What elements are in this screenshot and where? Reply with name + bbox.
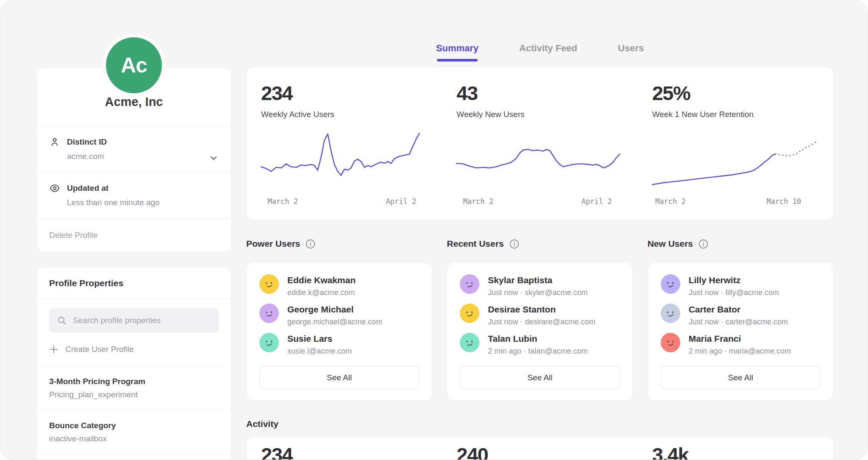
user-avatar bbox=[459, 273, 481, 295]
property-row-bounce-category[interactable]: Bounce Category inactive-mailbox bbox=[36, 410, 231, 454]
create-user-profile-label: Create User Profile bbox=[65, 345, 134, 354]
info-icon[interactable] bbox=[306, 239, 315, 249]
see-all-button[interactable]: See All bbox=[661, 366, 821, 390]
stat-label: Weekly New Users bbox=[456, 110, 623, 119]
user-row-talan-lubin[interactable]: Talan Lubin 2 min ago · talan@acme.com bbox=[460, 333, 620, 356]
user-row-maria-franci[interactable]: Maria Franci 2 min ago · maria@acme.com bbox=[661, 333, 821, 356]
user-avatar bbox=[459, 302, 481, 324]
main-area: SummaryActivity FeedUsers 234 Weekly Act… bbox=[246, 0, 834, 460]
user-avatar bbox=[459, 332, 481, 354]
x-tick: April 2 bbox=[581, 197, 612, 206]
search-icon bbox=[57, 315, 67, 326]
chevron-down-icon[interactable] bbox=[209, 153, 219, 163]
x-tick: March 10 bbox=[766, 197, 801, 206]
user-avatar bbox=[659, 332, 682, 354]
plus-icon bbox=[49, 345, 58, 354]
person-icon bbox=[49, 137, 60, 148]
create-user-profile-button[interactable]: Create User Profile bbox=[49, 345, 219, 354]
x-tick: March 2 bbox=[463, 197, 494, 206]
info-icon[interactable] bbox=[509, 239, 519, 249]
tab-activity-feed[interactable]: Activity Feed bbox=[519, 43, 577, 61]
activity-title: Activity bbox=[246, 419, 834, 429]
x-tick: April 2 bbox=[386, 197, 417, 206]
tab-bar: SummaryActivity FeedUsers bbox=[246, 43, 834, 61]
activity-stat-value: 240 bbox=[456, 445, 623, 460]
user-lists-row: Power Users Eddie Kwakman eddie.k@acme.c… bbox=[246, 237, 834, 401]
user-section-title: Power Users bbox=[246, 239, 300, 249]
stat-week-1-new-user-retention: 25% Week 1 New User Retention March 2Mar… bbox=[638, 83, 833, 208]
user-row-desirae-stanton[interactable]: Desirae Stanton Just now · desirare@acme… bbox=[460, 304, 620, 326]
delete-profile-button[interactable]: Delete Profile bbox=[36, 218, 231, 252]
sparkline-chart bbox=[456, 131, 623, 189]
user-section-title: Recent Users bbox=[447, 239, 504, 249]
identity-row-distinct-id: Distinct ID acme.com bbox=[36, 126, 231, 172]
user-avatar bbox=[659, 302, 682, 324]
user-section-power-users: Power Users Eddie Kwakman eddie.k@acme.c… bbox=[246, 237, 432, 401]
stat-weekly-new-users: 43 Weekly New Users March 2April 2 bbox=[442, 83, 637, 208]
sparkline-chart bbox=[261, 131, 428, 189]
user-row-carter-bator[interactable]: Carter Bator Just now · carter@acme.com bbox=[661, 304, 821, 326]
stat-value: 25% bbox=[652, 83, 819, 103]
x-tick: March 2 bbox=[267, 197, 298, 206]
x-tick: March 2 bbox=[655, 197, 686, 206]
user-row-lilly-herwitz[interactable]: Lilly Herwitz Just now · lilly@acme.com bbox=[661, 274, 821, 297]
eye-icon bbox=[49, 183, 60, 194]
stat-value: 234 bbox=[261, 83, 428, 103]
company-avatar-initials: Ac bbox=[106, 37, 162, 93]
activity-stat-value: 234 bbox=[261, 445, 428, 460]
user-row-eddie-kwakman[interactable]: Eddie Kwakman eddie.k@acme.com bbox=[259, 274, 419, 297]
activity-stat-value: 3.4k bbox=[652, 445, 819, 460]
tab-users[interactable]: Users bbox=[618, 43, 644, 61]
activity-stat-column: 234 bbox=[247, 445, 442, 460]
user-section-new-users: New Users Lilly Herwitz Just now · lilly… bbox=[648, 237, 834, 401]
company-avatar: Ac bbox=[102, 33, 166, 97]
x-axis-ticks: March 2April 2 bbox=[261, 196, 428, 208]
activity-stat-column: 3.4k bbox=[638, 445, 833, 460]
user-section-title: New Users bbox=[648, 239, 693, 249]
search-profile-properties[interactable] bbox=[49, 308, 219, 333]
stat-label: Week 1 New User Retention bbox=[652, 110, 819, 119]
user-avatar bbox=[258, 273, 280, 295]
user-row-susie-lars[interactable]: Susie Lars susie.l@acme.com bbox=[259, 333, 419, 356]
user-row-george-michael[interactable]: George Michael george.michael@acme.com bbox=[259, 304, 419, 326]
profile-properties-title: Profile Properties bbox=[36, 267, 231, 298]
stat-value: 43 bbox=[456, 83, 623, 103]
search-input[interactable] bbox=[73, 316, 211, 325]
x-axis-ticks: March 2April 2 bbox=[456, 196, 623, 208]
user-avatar bbox=[258, 302, 280, 324]
see-all-button[interactable]: See All bbox=[460, 366, 620, 390]
stat-weekly-active-users: 234 Weekly Active Users March 2April 2 bbox=[247, 83, 442, 208]
stat-label: Weekly Active Users bbox=[261, 110, 428, 119]
info-icon[interactable] bbox=[698, 239, 708, 249]
tab-summary[interactable]: Summary bbox=[436, 43, 479, 61]
profile-properties-card: Profile Properties Create User Profile 3… bbox=[36, 267, 232, 460]
user-avatar bbox=[258, 332, 280, 354]
profile-properties-body: Create User Profile bbox=[36, 298, 231, 366]
activity-card: 234 240 3.4k bbox=[246, 437, 834, 460]
user-row-skylar-baptista[interactable]: Skylar Baptista Just now · skyler@acme.c… bbox=[460, 274, 620, 297]
see-all-button[interactable]: See All bbox=[259, 366, 419, 390]
sparkline-chart bbox=[652, 131, 819, 189]
user-avatar bbox=[659, 273, 682, 295]
app-frame: Ac Acme, Inc Distinct ID acme.com Update… bbox=[0, 0, 868, 460]
property-row-3-month-pricing-program[interactable]: 3-Month Pricing Program Pricing_plan_exp… bbox=[36, 366, 231, 410]
activity-stat-column: 240 bbox=[442, 445, 637, 460]
user-section-recent-users: Recent Users Skylar Baptista Just now · … bbox=[447, 237, 633, 401]
profile-sidebar: Ac Acme, Inc Distinct ID acme.com Update… bbox=[36, 33, 232, 460]
summary-stats-card: 234 Weekly Active Users March 2April 2 4… bbox=[246, 67, 834, 220]
property-row-browser[interactable]: Browser Chrome bbox=[36, 454, 231, 460]
x-axis-ticks: March 2March 10 bbox=[652, 196, 819, 208]
identity-row-updated-at: Updated at Less than one minute ago bbox=[36, 172, 231, 218]
